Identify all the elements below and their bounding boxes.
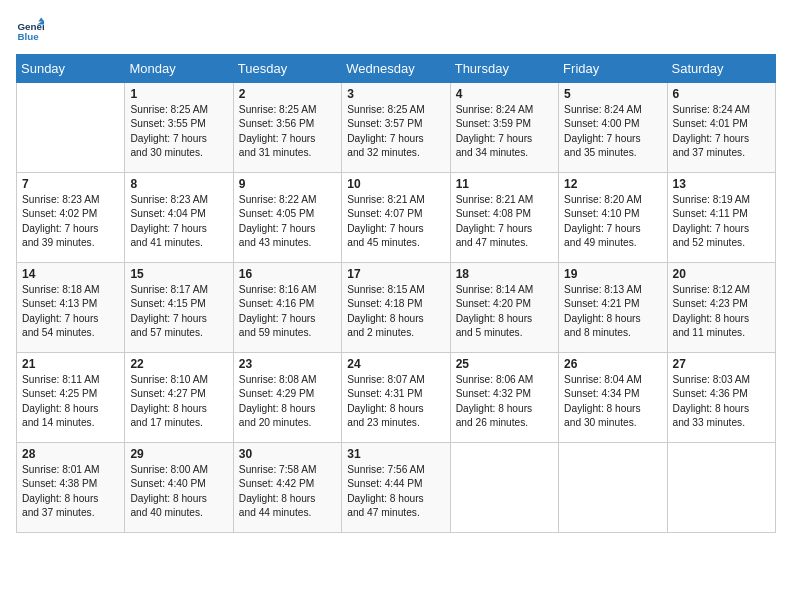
cell-content: Sunrise: 8:21 AM Sunset: 4:08 PM Dayligh… (456, 193, 553, 250)
day-number: 18 (456, 267, 553, 281)
cell-content: Sunrise: 8:25 AM Sunset: 3:57 PM Dayligh… (347, 103, 444, 160)
calendar-cell (17, 83, 125, 173)
cell-content: Sunrise: 8:23 AM Sunset: 4:04 PM Dayligh… (130, 193, 227, 250)
day-number: 25 (456, 357, 553, 371)
cell-content: Sunrise: 8:15 AM Sunset: 4:18 PM Dayligh… (347, 283, 444, 340)
calendar-cell: 11Sunrise: 8:21 AM Sunset: 4:08 PM Dayli… (450, 173, 558, 263)
calendar-table: SundayMondayTuesdayWednesdayThursdayFrid… (16, 54, 776, 533)
day-number: 15 (130, 267, 227, 281)
day-number: 29 (130, 447, 227, 461)
cell-content: Sunrise: 8:24 AM Sunset: 4:01 PM Dayligh… (673, 103, 770, 160)
cell-content: Sunrise: 8:12 AM Sunset: 4:23 PM Dayligh… (673, 283, 770, 340)
day-number: 7 (22, 177, 119, 191)
day-number: 6 (673, 87, 770, 101)
calendar-cell: 14Sunrise: 8:18 AM Sunset: 4:13 PM Dayli… (17, 263, 125, 353)
cell-content: Sunrise: 8:24 AM Sunset: 3:59 PM Dayligh… (456, 103, 553, 160)
calendar-cell: 23Sunrise: 8:08 AM Sunset: 4:29 PM Dayli… (233, 353, 341, 443)
logo-icon: General Blue (16, 16, 44, 44)
day-number: 17 (347, 267, 444, 281)
calendar-cell: 10Sunrise: 8:21 AM Sunset: 4:07 PM Dayli… (342, 173, 450, 263)
cell-content: Sunrise: 7:56 AM Sunset: 4:44 PM Dayligh… (347, 463, 444, 520)
day-number: 3 (347, 87, 444, 101)
week-row-3: 14Sunrise: 8:18 AM Sunset: 4:13 PM Dayli… (17, 263, 776, 353)
day-header-friday: Friday (559, 55, 667, 83)
cell-content: Sunrise: 8:21 AM Sunset: 4:07 PM Dayligh… (347, 193, 444, 250)
calendar-cell: 31Sunrise: 7:56 AM Sunset: 4:44 PM Dayli… (342, 443, 450, 533)
day-number: 30 (239, 447, 336, 461)
calendar-cell (559, 443, 667, 533)
cell-content: Sunrise: 8:13 AM Sunset: 4:21 PM Dayligh… (564, 283, 661, 340)
day-number: 2 (239, 87, 336, 101)
day-header-sunday: Sunday (17, 55, 125, 83)
calendar-cell (450, 443, 558, 533)
cell-content: Sunrise: 8:08 AM Sunset: 4:29 PM Dayligh… (239, 373, 336, 430)
calendar-cell: 24Sunrise: 8:07 AM Sunset: 4:31 PM Dayli… (342, 353, 450, 443)
calendar-cell: 2Sunrise: 8:25 AM Sunset: 3:56 PM Daylig… (233, 83, 341, 173)
cell-content: Sunrise: 8:25 AM Sunset: 3:56 PM Dayligh… (239, 103, 336, 160)
calendar-cell: 8Sunrise: 8:23 AM Sunset: 4:04 PM Daylig… (125, 173, 233, 263)
cell-content: Sunrise: 8:19 AM Sunset: 4:11 PM Dayligh… (673, 193, 770, 250)
calendar-cell: 27Sunrise: 8:03 AM Sunset: 4:36 PM Dayli… (667, 353, 775, 443)
week-row-1: 1Sunrise: 8:25 AM Sunset: 3:55 PM Daylig… (17, 83, 776, 173)
day-number: 23 (239, 357, 336, 371)
calendar-cell: 16Sunrise: 8:16 AM Sunset: 4:16 PM Dayli… (233, 263, 341, 353)
calendar-cell: 15Sunrise: 8:17 AM Sunset: 4:15 PM Dayli… (125, 263, 233, 353)
day-number: 9 (239, 177, 336, 191)
calendar-cell: 18Sunrise: 8:14 AM Sunset: 4:20 PM Dayli… (450, 263, 558, 353)
calendar-cell: 4Sunrise: 8:24 AM Sunset: 3:59 PM Daylig… (450, 83, 558, 173)
calendar-cell: 17Sunrise: 8:15 AM Sunset: 4:18 PM Dayli… (342, 263, 450, 353)
day-number: 8 (130, 177, 227, 191)
cell-content: Sunrise: 8:10 AM Sunset: 4:27 PM Dayligh… (130, 373, 227, 430)
logo: General Blue (16, 16, 44, 44)
calendar-cell: 9Sunrise: 8:22 AM Sunset: 4:05 PM Daylig… (233, 173, 341, 263)
calendar-cell: 26Sunrise: 8:04 AM Sunset: 4:34 PM Dayli… (559, 353, 667, 443)
cell-content: Sunrise: 8:17 AM Sunset: 4:15 PM Dayligh… (130, 283, 227, 340)
day-number: 26 (564, 357, 661, 371)
day-number: 4 (456, 87, 553, 101)
cell-content: Sunrise: 8:22 AM Sunset: 4:05 PM Dayligh… (239, 193, 336, 250)
cell-content: Sunrise: 8:11 AM Sunset: 4:25 PM Dayligh… (22, 373, 119, 430)
day-header-tuesday: Tuesday (233, 55, 341, 83)
calendar-cell: 19Sunrise: 8:13 AM Sunset: 4:21 PM Dayli… (559, 263, 667, 353)
day-number: 22 (130, 357, 227, 371)
day-header-wednesday: Wednesday (342, 55, 450, 83)
calendar-cell: 7Sunrise: 8:23 AM Sunset: 4:02 PM Daylig… (17, 173, 125, 263)
cell-content: Sunrise: 8:04 AM Sunset: 4:34 PM Dayligh… (564, 373, 661, 430)
svg-text:Blue: Blue (17, 31, 39, 42)
cell-content: Sunrise: 8:03 AM Sunset: 4:36 PM Dayligh… (673, 373, 770, 430)
day-number: 27 (673, 357, 770, 371)
calendar-cell: 12Sunrise: 8:20 AM Sunset: 4:10 PM Dayli… (559, 173, 667, 263)
day-header-saturday: Saturday (667, 55, 775, 83)
day-number: 31 (347, 447, 444, 461)
day-number: 1 (130, 87, 227, 101)
day-number: 21 (22, 357, 119, 371)
day-header-thursday: Thursday (450, 55, 558, 83)
day-number: 20 (673, 267, 770, 281)
day-number: 24 (347, 357, 444, 371)
cell-content: Sunrise: 8:25 AM Sunset: 3:55 PM Dayligh… (130, 103, 227, 160)
day-number: 16 (239, 267, 336, 281)
calendar-cell: 3Sunrise: 8:25 AM Sunset: 3:57 PM Daylig… (342, 83, 450, 173)
calendar-cell: 25Sunrise: 8:06 AM Sunset: 4:32 PM Dayli… (450, 353, 558, 443)
calendar-cell: 21Sunrise: 8:11 AM Sunset: 4:25 PM Dayli… (17, 353, 125, 443)
calendar-cell: 29Sunrise: 8:00 AM Sunset: 4:40 PM Dayli… (125, 443, 233, 533)
cell-content: Sunrise: 8:23 AM Sunset: 4:02 PM Dayligh… (22, 193, 119, 250)
day-number: 11 (456, 177, 553, 191)
calendar-cell: 30Sunrise: 7:58 AM Sunset: 4:42 PM Dayli… (233, 443, 341, 533)
calendar-body: 1Sunrise: 8:25 AM Sunset: 3:55 PM Daylig… (17, 83, 776, 533)
day-number: 5 (564, 87, 661, 101)
cell-content: Sunrise: 7:58 AM Sunset: 4:42 PM Dayligh… (239, 463, 336, 520)
day-number: 28 (22, 447, 119, 461)
calendar-cell: 1Sunrise: 8:25 AM Sunset: 3:55 PM Daylig… (125, 83, 233, 173)
days-header-row: SundayMondayTuesdayWednesdayThursdayFrid… (17, 55, 776, 83)
cell-content: Sunrise: 8:00 AM Sunset: 4:40 PM Dayligh… (130, 463, 227, 520)
calendar-cell: 5Sunrise: 8:24 AM Sunset: 4:00 PM Daylig… (559, 83, 667, 173)
day-number: 10 (347, 177, 444, 191)
cell-content: Sunrise: 8:06 AM Sunset: 4:32 PM Dayligh… (456, 373, 553, 430)
cell-content: Sunrise: 8:16 AM Sunset: 4:16 PM Dayligh… (239, 283, 336, 340)
cell-content: Sunrise: 8:18 AM Sunset: 4:13 PM Dayligh… (22, 283, 119, 340)
calendar-cell: 28Sunrise: 8:01 AM Sunset: 4:38 PM Dayli… (17, 443, 125, 533)
day-number: 13 (673, 177, 770, 191)
cell-content: Sunrise: 8:24 AM Sunset: 4:00 PM Dayligh… (564, 103, 661, 160)
cell-content: Sunrise: 8:07 AM Sunset: 4:31 PM Dayligh… (347, 373, 444, 430)
